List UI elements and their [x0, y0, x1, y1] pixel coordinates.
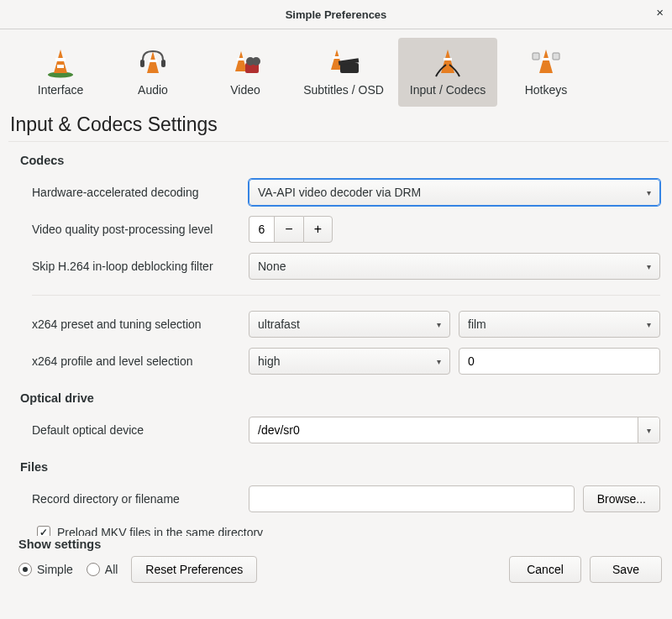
combo-skip-loop[interactable]: None ▾	[249, 253, 660, 280]
svg-point-12	[252, 57, 260, 66]
svg-marker-17	[441, 50, 454, 73]
jack-cone-icon	[428, 48, 468, 78]
row-x264-preset: x264 preset and tuning selection ultrafa…	[8, 306, 660, 343]
category-bar: Interface Audio Video	[0, 29, 672, 110]
radio-simple-label[interactable]: Simple	[37, 563, 73, 576]
row-optical-device: Default optical device ▾	[8, 412, 660, 449]
combo-hw-decoding[interactable]: VA-API video decoder via DRM ▾	[249, 179, 660, 206]
combo-x264-profile[interactable]: high ▾	[249, 348, 450, 375]
radio-all-label[interactable]: All	[105, 563, 118, 576]
combo-value: ultrafast	[258, 317, 432, 331]
show-settings-title: Show settings	[18, 538, 662, 551]
label-skip-loop: Skip H.264 in-loop deblocking filter	[32, 260, 249, 273]
label-hw-decoding: Hardware-accelerated decoding	[32, 186, 249, 199]
footer: Show settings Simple All Reset Preferenc…	[0, 536, 672, 590]
svg-rect-18	[444, 58, 452, 60]
input-x264-level[interactable]	[459, 348, 660, 375]
category-label: Audio	[138, 83, 168, 97]
category-video[interactable]: Video	[202, 38, 289, 107]
titlebar: Simple Preferences ×	[0, 0, 672, 29]
combo-value: None	[258, 260, 642, 273]
category-label: Interface	[38, 83, 83, 97]
svg-rect-22	[553, 53, 559, 60]
section-title-optical: Optical drive	[8, 380, 660, 412]
chevron-down-icon: ▾	[647, 262, 651, 271]
save-button[interactable]: Save	[590, 556, 662, 583]
spin-postproc: − +	[249, 216, 333, 243]
stepper-minus[interactable]: −	[274, 216, 303, 243]
section-title-codecs: Codecs	[8, 142, 660, 174]
row-x264-profile: x264 profile and level selection high ▾	[8, 343, 660, 380]
combo-value: film	[468, 317, 642, 331]
combo-x264-tune[interactable]: film ▾	[459, 311, 660, 338]
keys-cone-icon	[526, 48, 566, 78]
svg-rect-7	[161, 60, 165, 67]
page-title: Input & Codecs Settings	[0, 110, 672, 141]
window-title: Simple Preferences	[286, 8, 387, 21]
svg-rect-20	[542, 58, 550, 60]
slate-cone-icon	[323, 48, 364, 78]
settings-scroll-area[interactable]: Codecs Hardware-accelerated decoding VA-…	[8, 141, 669, 536]
combo-value: VA-API video decoder via DRM	[258, 186, 642, 199]
cone-icon	[40, 48, 81, 78]
svg-rect-6	[140, 60, 144, 67]
category-hotkeys[interactable]: Hotkeys	[502, 38, 590, 107]
svg-rect-14	[333, 56, 339, 59]
cancel-button[interactable]: Cancel	[509, 556, 581, 583]
input-record[interactable]	[249, 485, 575, 512]
footer-row: Simple All Reset Preferences Cancel Save	[18, 556, 662, 583]
headphones-cone-icon	[133, 48, 173, 78]
postproc-value[interactable]	[249, 216, 274, 243]
category-interface[interactable]: Interface	[17, 38, 104, 107]
checkbox-preload-mkv[interactable]	[37, 526, 50, 536]
chevron-down-icon: ▾	[437, 357, 441, 366]
svg-rect-9	[237, 58, 244, 60]
category-label: Input / Codecs	[410, 83, 486, 97]
row-record: Record directory or filename Browse...	[8, 480, 660, 517]
svg-rect-2	[55, 58, 66, 61]
chevron-down-icon: ▾	[647, 320, 651, 329]
combo-optical-device[interactable]: ▾	[249, 417, 660, 443]
optical-device-value[interactable]	[249, 417, 638, 443]
film-cone-icon	[225, 48, 265, 78]
chevron-down-icon[interactable]: ▾	[638, 417, 659, 443]
category-label: Hotkeys	[525, 83, 568, 97]
label-record: Record directory or filename	[32, 492, 249, 506]
separator	[32, 295, 660, 296]
category-label: Subtitles / OSD	[303, 83, 384, 97]
svg-marker-8	[235, 51, 247, 71]
radio-all[interactable]	[87, 563, 100, 576]
stepper-plus[interactable]: +	[303, 216, 333, 243]
label-optical-device: Default optical device	[32, 423, 249, 437]
row-hw-decoding: Hardware-accelerated decoding VA-API vid…	[8, 174, 660, 211]
reset-button[interactable]: Reset Preferences	[131, 556, 257, 583]
close-icon[interactable]: ×	[656, 5, 664, 19]
chevron-down-icon: ▾	[647, 188, 651, 197]
svg-rect-3	[57, 65, 64, 68]
row-skip-loop: Skip H.264 in-loop deblocking filter Non…	[8, 248, 660, 285]
svg-rect-21	[533, 53, 539, 60]
radio-simple[interactable]	[18, 563, 32, 576]
svg-rect-5	[149, 60, 157, 62]
combo-value: high	[258, 354, 432, 368]
row-postproc: Video quality post-processing level − +	[8, 211, 660, 248]
row-preload-mkv: Preload MKV files in the same directory	[8, 517, 660, 536]
label-postproc: Video quality post-processing level	[32, 223, 249, 236]
category-input[interactable]: Input / Codecs	[398, 38, 497, 107]
chevron-down-icon: ▾	[437, 320, 441, 329]
category-audio[interactable]: Audio	[109, 38, 197, 107]
label-preload-mkv: Preload MKV files in the same directory	[57, 526, 263, 536]
browse-button[interactable]: Browse...	[583, 485, 660, 512]
label-x264-preset: x264 preset and tuning selection	[32, 317, 249, 331]
combo-x264-preset[interactable]: ultrafast ▾	[249, 311, 450, 338]
svg-marker-19	[539, 50, 553, 73]
label-x264-profile: x264 profile and level selection	[32, 354, 249, 368]
section-title-files: Files	[8, 449, 660, 480]
category-label: Video	[230, 83, 260, 97]
category-subtitles[interactable]: Subtitles / OSD	[294, 38, 393, 107]
